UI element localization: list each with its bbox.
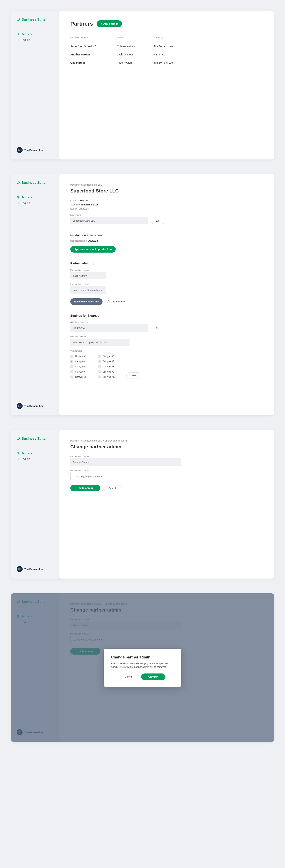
nav-logout[interactable]: Log out (17, 38, 54, 41)
radio-icon (107, 301, 110, 303)
vehicle-label: Car type #9 (103, 371, 114, 373)
settings-heading: Settings for Express (70, 314, 263, 317)
nav-logout[interactable]: Log out (17, 458, 54, 460)
checkbox-icon (98, 355, 101, 358)
nav: Partners Log out (17, 196, 54, 205)
cancel-button[interactable]: Cancel (103, 485, 121, 491)
page-title: Change partner admin (70, 444, 263, 450)
table-row[interactable]: Superfood Store LLC Isaac Asimov Tim Ber… (70, 42, 263, 51)
edit-vehicle-button[interactable]: Edit (127, 372, 141, 378)
modal-cancel-button[interactable]: Cancel (120, 674, 138, 680)
screen-partner-detail: Business Suite Partners Log out Tim Bern… (11, 174, 274, 415)
cell-added-by: Karl Franz (154, 53, 263, 56)
nav-logout-label: Log out (22, 38, 30, 41)
invite-admin-button[interactable]: Invite admin (70, 485, 100, 491)
col-entity: Legal entity name (70, 36, 116, 39)
screen-change-admin-confirm: Business Suite Partners Log out Tim Bern… (11, 593, 274, 742)
table-row[interactable]: Another Partner David Gilmour Karl Franz (70, 51, 263, 59)
checkbox-icon (98, 370, 101, 373)
vehicle-checkbox[interactable]: Car type #9 (98, 370, 115, 373)
logout-icon (17, 38, 20, 41)
vehicle-checkbox[interactable]: Car type #7 (98, 360, 115, 363)
nav: Partners Log out (17, 33, 54, 41)
vehicle-label: Vehicle type: (70, 350, 263, 352)
current-user[interactable]: Tim Berners-Lee (17, 147, 54, 153)
page-title: Superfood Store LLC (70, 188, 263, 194)
chevron-down-icon: ⌄ (126, 341, 127, 344)
resend-invitation-button[interactable]: Resend invitation link (70, 298, 103, 305)
partners-icon (17, 33, 20, 36)
cell-admin: David Gilmour (116, 53, 154, 56)
edit-userid-button[interactable]: Edit (151, 325, 166, 331)
vehicle-checkbox[interactable]: Car type #1 (70, 355, 86, 358)
checkbox-icon (70, 370, 73, 373)
admin-email-label: Partner admin email (70, 283, 263, 285)
svg-point-10 (19, 568, 20, 569)
cell-entity: Superfood Store LLC (70, 45, 116, 48)
breadcrumb[interactable]: Partners > Superfood Store LLC > Change … (70, 439, 263, 442)
info-icon[interactable] (92, 262, 94, 265)
cell-entity: One partner (70, 61, 116, 64)
modal-overlay[interactable]: Change partner admin Are you sure you wa… (11, 593, 274, 742)
modal-confirm-button[interactable]: Confirm (141, 674, 165, 680)
partner-admin-heading: Partner admin (70, 262, 263, 265)
vehicle-checkbox[interactable]: Car type #10 (98, 375, 115, 378)
nav-partners[interactable]: Partners (17, 452, 54, 455)
cell-admin: Roger Waters (116, 61, 154, 64)
nav-partners[interactable]: Partners (17, 196, 54, 199)
vehicle-checkbox[interactable]: Car type #6 (98, 355, 115, 358)
cell-added-by: Tim Berners-Lee (154, 61, 263, 64)
payment-value: Visa | •••• 4162 | expires 05/2023 (73, 341, 108, 344)
vehicle-checkbox[interactable]: Car type #3 (70, 365, 86, 368)
edit-entity-button[interactable]: Edit (151, 218, 166, 224)
vehicle-checkbox[interactable]: Car type #4 (70, 370, 86, 373)
vehicle-label: Car type #2 (75, 360, 86, 363)
admin-name-label: Partner admin name (70, 455, 263, 458)
partners-table: Legal entity name Admin Added by Superfo… (70, 36, 263, 67)
main-content: Partners > Superfood Store LLC Superfood… (59, 174, 274, 415)
admin-email-label: Partner admin email (70, 469, 263, 472)
pending-icon (116, 45, 119, 48)
partners-icon (17, 452, 20, 455)
approve-production-button[interactable]: Approve access to production (70, 246, 116, 253)
admin-email-input[interactable] (70, 286, 106, 294)
vehicle-checkbox[interactable]: Car type #2 (70, 360, 86, 363)
admin-email-input[interactable] (70, 473, 181, 480)
sidebar: Business Suite Partners Log out Tim Bern… (11, 11, 59, 159)
brand-text: Business Suite (22, 181, 45, 185)
entity-name-input[interactable] (70, 217, 148, 224)
add-partner-button[interactable]: + Add partner (97, 21, 122, 27)
vehicle-checkbox-grid: Car type #1Car type #2Car type #3Car typ… (70, 355, 115, 378)
vehicle-label: Car type #8 (103, 365, 114, 368)
page-title: Partners (70, 21, 93, 27)
admin-name-input[interactable] (70, 458, 181, 466)
nav-partners[interactable]: Partners (17, 33, 54, 36)
vehicle-checkbox[interactable]: Car type #8 (98, 365, 115, 368)
user-id-input[interactable] (70, 324, 148, 332)
vehicle-checkbox[interactable]: Car type #5 (70, 375, 86, 378)
vehicle-label: Car type #4 (75, 371, 86, 373)
brand-logo: Business Suite (17, 437, 54, 441)
brand-text: Business Suite (22, 18, 45, 22)
nav-logout[interactable]: Log out (17, 202, 54, 205)
apps-meta: Number of apps: 4 (70, 208, 263, 210)
payment-select[interactable]: Visa | •••• 4162 | expires 05/2023 ⌄ (70, 339, 130, 346)
admin-name-input[interactable] (70, 272, 106, 279)
checkbox-icon (98, 360, 101, 363)
brand-logo: Business Suite (17, 18, 54, 22)
user-name: Tim Berners-Lee (25, 149, 43, 152)
modal-actions: Cancel Confirm (111, 674, 174, 680)
main-content: Partners + Add partner Legal entity name… (59, 11, 274, 159)
request-meta: Request created: 9/02/2022 (70, 240, 263, 242)
avatar (17, 147, 23, 153)
current-user[interactable]: Tim Berners-Lee (17, 403, 54, 409)
current-user[interactable]: Tim Berners-Lee (17, 566, 54, 572)
screen-partners-list: Business Suite Partners Log out Tim Bern… (11, 11, 274, 159)
change-admin-radio[interactable]: Change admin (107, 301, 125, 303)
clear-input-icon[interactable]: ✕ (177, 475, 179, 478)
checkbox-icon (70, 355, 73, 358)
user-name: Tim Berners-Lee (25, 568, 43, 570)
table-row[interactable]: One partner Roger Waters Tim Berners-Lee (70, 59, 263, 67)
breadcrumb[interactable]: Partners > Superfood Store LLC (70, 184, 263, 186)
nav-partners-label: Partners (22, 33, 32, 36)
